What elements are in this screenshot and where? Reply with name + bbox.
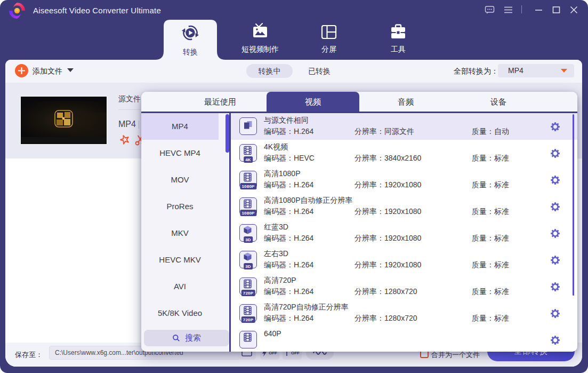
gear-icon[interactable] xyxy=(551,176,560,185)
gear-icon[interactable] xyxy=(551,256,560,265)
format-row[interactable]: 3D 红蓝3D 编码器：H.264 分辨率：1920x1080 质量：标准 xyxy=(231,220,577,247)
format-encoder: 编码器：H.264 xyxy=(264,314,313,323)
format-badge: 1080P xyxy=(240,210,256,216)
format-quality: 质量：标准 xyxy=(472,314,509,323)
format-title: 640P xyxy=(264,329,281,338)
nav-tab-short-video[interactable]: 短视频制作 xyxy=(228,22,292,54)
format-row[interactable]: 3D 左右3D 编码器：H.264 分辨率：1920x1080 质量：标准 xyxy=(231,247,577,273)
gear-icon[interactable] xyxy=(551,229,560,238)
format-encoder-label: 编码器： xyxy=(264,207,294,216)
format-encoder-value: H.264 xyxy=(294,287,313,296)
format-quality-label: 质量： xyxy=(472,314,494,322)
format-resolution-value: 1280x720 xyxy=(384,287,417,296)
format-encoder: 编码器：H.264 xyxy=(264,180,313,190)
split-screen-icon xyxy=(319,22,339,42)
toolbox-icon xyxy=(389,22,408,42)
popup-tab[interactable]: 音频 xyxy=(359,92,452,112)
format-icon: 720P xyxy=(239,277,257,295)
nav-tab-short-video-label: 短视频制作 xyxy=(228,45,292,54)
format-quality-value: 标准 xyxy=(494,154,509,162)
format-resolution-label: 分辨率： xyxy=(355,154,384,162)
format-row[interactable]: 4K 4K视频 编码器：HEVC 分辨率：3840x2160 质量：标准 xyxy=(231,140,577,166)
sidebar-item[interactable]: MKV xyxy=(141,220,219,247)
minimize-icon[interactable] xyxy=(534,5,544,15)
gear-icon[interactable] xyxy=(551,282,560,291)
format-resolution-label: 分辨率： xyxy=(355,207,384,216)
format-icon xyxy=(239,117,257,135)
sidebar-item[interactable]: ProRes xyxy=(141,193,219,220)
sidebar-item[interactable]: MOV xyxy=(141,166,219,193)
format-quality-label: 质量： xyxy=(472,154,494,162)
format-row[interactable]: 与源文件相同 编码器：H.264 分辨率：同源文件 质量：自动 xyxy=(231,113,577,140)
feedback-chat-icon[interactable] xyxy=(485,5,495,15)
format-quality: 质量：标准 xyxy=(472,154,509,163)
format-caret-icon xyxy=(561,69,567,73)
nav-tab-convert-label: 转换 xyxy=(158,47,222,57)
format-encoder: 编码器：H.264 xyxy=(264,234,313,243)
format-rows: 与源文件相同 编码器：H.264 分辨率：同源文件 质量：自动 xyxy=(231,113,577,352)
format-encoder-value: H.264 xyxy=(294,260,313,269)
format-encoder-value: H.264 xyxy=(294,234,313,242)
effect-star-icon[interactable] xyxy=(119,134,131,146)
segment-converting[interactable]: 转换中 xyxy=(246,64,293,78)
nav-tab-toolbox[interactable]: 工具 xyxy=(366,22,430,54)
sidebar-item[interactable]: 5K/8K Video xyxy=(141,300,219,327)
sidebar-scrollbar-thumb[interactable] xyxy=(225,114,229,153)
format-resolution-label: 分辨率： xyxy=(355,234,384,242)
source-format: MP4 xyxy=(118,120,136,129)
output-format-select[interactable]: MP4 xyxy=(498,64,574,77)
add-file-button[interactable] xyxy=(15,64,28,77)
format-row[interactable]: 640P xyxy=(231,327,577,352)
format-resolution-label: 分辨率： xyxy=(355,127,384,136)
maximize-icon[interactable] xyxy=(551,5,561,15)
format-row[interactable]: 720P 高清720P 编码器：H.264 分辨率：1280x720 质量：标准 xyxy=(231,273,577,300)
format-row[interactable]: 720P 高清720P自动修正分辨率 编码器：H.264 分辨率：1280x72… xyxy=(231,300,577,327)
popup-tab[interactable]: 设备 xyxy=(452,92,545,112)
format-row[interactable]: 1080P 高清1080P自动修正分辨率 编码器：H.264 分辨率：1920x… xyxy=(231,193,577,220)
format-encoder-value: H.264 xyxy=(294,180,313,189)
gear-icon[interactable] xyxy=(551,122,560,131)
format-encoder-label: 编码器： xyxy=(264,287,294,296)
format-quality: 质量：标准 xyxy=(472,287,509,297)
segment-converted[interactable]: 已转换 xyxy=(308,67,331,76)
add-file-caret-icon[interactable] xyxy=(67,68,74,72)
format-row[interactable]: 1080P 高清1080P 编码器：H.264 分辨率：1920x1080 质量… xyxy=(231,166,577,193)
gear-icon[interactable] xyxy=(551,309,560,318)
sidebar-item[interactable]: HEVC MKV xyxy=(141,247,219,273)
list-scrollbar-thumb[interactable] xyxy=(573,114,574,296)
tv-media-icon xyxy=(251,22,270,42)
sidebar-item[interactable]: MP4 xyxy=(141,113,219,140)
format-quality-value: 标准 xyxy=(494,234,509,242)
format-icon: 3D xyxy=(239,224,257,242)
hamburger-menu-icon[interactable] xyxy=(503,5,513,15)
format-quality-value: 自动 xyxy=(494,127,509,136)
video-thumbnail[interactable] xyxy=(20,96,107,145)
format-title: 高清1080P自动修正分辨率 xyxy=(264,196,352,205)
format-title: 与源文件相同 xyxy=(264,116,309,125)
format-encoder-label: 编码器： xyxy=(264,260,294,269)
format-quality: 质量：标准 xyxy=(472,260,509,270)
format-quality-value: 标准 xyxy=(494,180,509,189)
format-encoder-value: H.264 xyxy=(294,314,313,322)
film-icon xyxy=(240,331,255,347)
format-resolution-label: 分辨率： xyxy=(355,314,384,322)
gear-icon[interactable] xyxy=(551,336,560,345)
gear-icon[interactable] xyxy=(551,149,560,158)
close-icon[interactable] xyxy=(569,5,579,15)
format-quality: 质量：标准 xyxy=(472,180,509,190)
format-badge: 1080P xyxy=(240,183,256,189)
nav-tab-convert[interactable]: 转换 xyxy=(158,22,222,57)
format-resolution-value: 1920x1080 xyxy=(384,207,421,216)
popup-tab[interactable]: 视频 xyxy=(267,92,359,112)
nav-tab-split-screen[interactable]: 分屏 xyxy=(297,22,361,54)
search-button[interactable]: 搜索 xyxy=(144,330,229,346)
add-file-label[interactable]: 添加文件 xyxy=(33,67,62,76)
sidebar-item[interactable]: AVI xyxy=(141,273,219,300)
format-resolution: 分辨率：1280x720 xyxy=(355,287,417,297)
sidebar-item[interactable]: HEVC MP4 xyxy=(141,140,219,166)
format-resolution-value: 1920x1080 xyxy=(384,180,421,189)
format-resolution-label: 分辨率： xyxy=(355,287,384,296)
gear-icon[interactable] xyxy=(551,202,560,211)
format-badge: 3D xyxy=(244,263,253,269)
popup-tab[interactable]: 最近使用 xyxy=(174,92,267,112)
